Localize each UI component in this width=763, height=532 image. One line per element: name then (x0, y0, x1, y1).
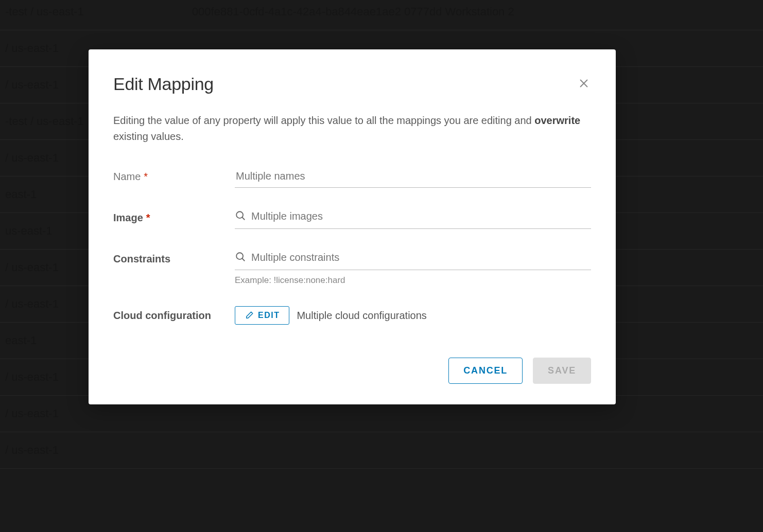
cloud-config-label: Cloud configuration (113, 306, 235, 323)
modal-description: Editing the value of any property will a… (113, 113, 591, 145)
constraints-label: Constraints (113, 250, 235, 266)
pencil-icon (245, 311, 254, 320)
required-mark: * (146, 212, 150, 223)
modal-title: Edit Mapping (113, 74, 214, 94)
search-icon (235, 210, 246, 223)
edit-mapping-modal: Edit Mapping Editing the value of any pr… (89, 49, 616, 404)
close-button[interactable] (577, 76, 591, 91)
cancel-button[interactable]: CANCEL (448, 358, 523, 384)
search-icon (235, 251, 246, 264)
modal-footer: CANCEL SAVE (113, 358, 591, 384)
constraints-row: Constraints Example: !license:none:hard (113, 250, 591, 286)
image-input[interactable] (251, 208, 591, 224)
svg-point-2 (236, 211, 243, 218)
name-label: Name* (113, 167, 235, 184)
constraints-helper: Example: !license:none:hard (235, 275, 591, 286)
save-button[interactable]: SAVE (533, 358, 591, 384)
edit-cloud-config-button[interactable]: EDIT (235, 306, 289, 325)
cloud-config-row: Cloud configuration EDIT Multiple cloud … (113, 306, 591, 325)
required-mark: * (144, 171, 148, 182)
svg-line-3 (242, 217, 245, 220)
modal-header: Edit Mapping (113, 74, 591, 94)
svg-point-4 (236, 253, 243, 259)
cloud-config-value: Multiple cloud configurations (297, 310, 426, 322)
constraints-input-wrapper[interactable] (235, 250, 591, 270)
image-row: Image* (113, 208, 591, 229)
image-label: Image* (113, 208, 235, 225)
svg-line-5 (242, 258, 245, 261)
name-field (235, 167, 591, 188)
name-input[interactable] (235, 167, 591, 188)
image-field (235, 208, 591, 229)
image-input-wrapper[interactable] (235, 208, 591, 229)
close-icon (578, 78, 589, 89)
edit-button-label: EDIT (258, 311, 280, 320)
cloud-config-field: EDIT Multiple cloud configurations (235, 306, 591, 325)
constraints-field: Example: !license:none:hard (235, 250, 591, 286)
name-row: Name* (113, 167, 591, 188)
constraints-input[interactable] (251, 250, 591, 265)
